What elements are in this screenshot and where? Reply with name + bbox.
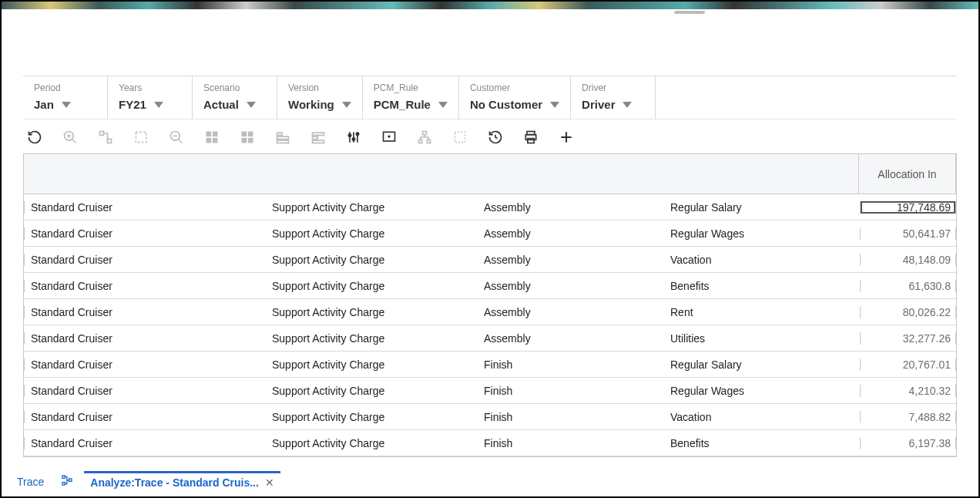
cell-product[interactable]: Standard Cruiser — [24, 254, 233, 266]
cell-line[interactable]: Utilities — [647, 332, 861, 345]
cell-line[interactable]: Regular Wages — [647, 385, 861, 397]
cell-account[interactable]: Support Activity Charge — [233, 437, 461, 449]
cell-line[interactable]: Regular Wages — [647, 227, 861, 240]
zoom-out-icon[interactable] — [168, 129, 185, 146]
pov-item-driver[interactable]: Driver Driver — [571, 76, 656, 119]
marquee-icon[interactable] — [451, 129, 468, 146]
cell-product[interactable]: Standard Cruiser — [24, 385, 233, 397]
selection-icon[interactable] — [133, 129, 149, 146]
cell-allocation-in[interactable]: 61,630.8 — [861, 280, 956, 292]
org-chart-icon[interactable] — [416, 129, 433, 146]
cell-product[interactable]: Standard Cruiser — [24, 358, 233, 371]
cell-product[interactable]: Standard Cruiser — [24, 332, 233, 345]
cell-allocation-in[interactable]: 197,748.69 — [861, 201, 956, 214]
table-row[interactable]: Standard Cruiser Support Activity Charge… — [24, 220, 956, 247]
cell-account[interactable]: Support Activity Charge — [233, 306, 461, 318]
pov-value[interactable]: Working — [288, 98, 351, 111]
close-icon[interactable]: ✕ — [265, 476, 274, 489]
table-row[interactable]: Standard Cruiser Support Activity Charge… — [24, 352, 956, 378]
grid2-icon[interactable] — [239, 129, 256, 146]
cell-account[interactable]: Support Activity Charge — [233, 411, 461, 423]
cell-line[interactable]: Regular Salary — [647, 201, 861, 214]
pov-item-period[interactable]: Period Jan — [23, 76, 108, 119]
pov-value[interactable]: PCM_Rule — [374, 98, 448, 111]
panel-drag-handle[interactable] — [674, 11, 705, 14]
tab-analyze-trace[interactable]: Analyze:Trace - Standard Cruis... ✕ — [84, 471, 280, 492]
table-row[interactable]: Standard Cruiser Support Activity Charge… — [24, 378, 956, 404]
pov-label: Driver — [582, 82, 644, 93]
cell-activity[interactable]: Finish — [461, 358, 647, 371]
cell-activity[interactable]: Finish — [461, 385, 647, 397]
pov-value[interactable]: No Customer — [470, 98, 559, 111]
cell-allocation-in[interactable]: 7,488.82 — [861, 411, 956, 423]
pov-item-customer[interactable]: Customer No Customer — [459, 76, 571, 119]
cell-activity[interactable]: Finish — [461, 437, 647, 449]
table-row[interactable]: Standard Cruiser Support Activity Charge… — [24, 430, 956, 456]
hierarchy-icon[interactable] — [97, 129, 114, 146]
cell-allocation-in[interactable]: 48,148.09 — [861, 254, 956, 266]
cell-account[interactable]: Support Activity Charge — [233, 227, 461, 240]
cell-product[interactable]: Standard Cruiser — [24, 437, 233, 449]
pov-value[interactable]: FY21 — [119, 98, 181, 111]
svg-rect-21 — [313, 133, 324, 135]
cell-line[interactable]: Benefits — [647, 437, 861, 449]
cell-account[interactable]: Support Activity Charge — [233, 358, 461, 371]
cell-activity[interactable]: Assembly — [461, 254, 647, 266]
adjust-icon[interactable] — [345, 129, 362, 146]
cell-line[interactable]: Benefits — [647, 280, 861, 292]
cell-account[interactable]: Support Activity Charge — [233, 254, 461, 266]
pov-item-years[interactable]: Years FY21 — [108, 76, 193, 119]
refresh-icon[interactable] — [26, 129, 43, 146]
table-row[interactable]: Standard Cruiser Support Activity Charge… — [24, 194, 956, 220]
freeze1-icon[interactable] — [274, 129, 291, 146]
zoom-in-icon[interactable] — [62, 129, 79, 146]
table-row[interactable]: Standard Cruiser Support Activity Charge… — [24, 247, 956, 273]
history-icon[interactable] — [487, 129, 504, 146]
table-row[interactable]: Standard Cruiser Support Activity Charge… — [24, 404, 956, 430]
cell-activity[interactable]: Assembly — [461, 227, 647, 240]
chevron-down-icon — [247, 102, 256, 108]
table-row[interactable]: Standard Cruiser Support Activity Charge… — [24, 299, 956, 325]
cell-activity[interactable]: Assembly — [461, 280, 647, 292]
svg-rect-16 — [242, 138, 247, 143]
table-row[interactable]: Standard Cruiser Support Activity Charge… — [24, 325, 956, 352]
cell-account[interactable]: Support Activity Charge — [233, 280, 461, 292]
pov-item-version[interactable]: Version Working — [277, 76, 363, 119]
cell-allocation-in[interactable]: 32,277.26 — [861, 332, 956, 345]
cell-activity[interactable]: Finish — [461, 411, 647, 423]
cell-account[interactable]: Support Activity Charge — [233, 201, 461, 214]
cell-allocation-in[interactable]: 6,197.38 — [861, 437, 956, 449]
cell-line[interactable]: Regular Salary — [647, 358, 861, 371]
cell-line[interactable]: Rent — [647, 306, 861, 318]
grid1-icon[interactable] — [203, 129, 220, 146]
cell-activity[interactable]: Assembly — [461, 201, 647, 214]
pov-value[interactable]: Driver — [582, 98, 644, 111]
pov-value[interactable]: Actual — [203, 98, 266, 111]
cell-allocation-in[interactable]: 80,026.22 — [861, 306, 956, 318]
cell-product[interactable]: Standard Cruiser — [24, 306, 233, 318]
grid-header-allocation-in[interactable]: Allocation In — [859, 154, 956, 193]
cell-account[interactable]: Support Activity Charge — [233, 385, 461, 397]
table-row[interactable]: Standard Cruiser Support Activity Charge… — [24, 273, 956, 299]
print-icon[interactable] — [522, 129, 539, 146]
cell-activity[interactable]: Assembly — [461, 332, 647, 345]
cell-product[interactable]: Standard Cruiser — [24, 280, 233, 292]
comment-icon[interactable] — [381, 129, 398, 146]
cell-account[interactable]: Support Activity Charge — [233, 332, 461, 345]
cell-allocation-in[interactable]: 50,641.97 — [861, 227, 956, 240]
tab-trace[interactable]: Trace — [11, 473, 50, 491]
freeze2-icon[interactable] — [310, 129, 327, 146]
cell-product[interactable]: Standard Cruiser — [24, 411, 233, 423]
pov-item-scenario[interactable]: Scenario Actual — [193, 76, 277, 119]
pov-value[interactable]: Jan — [34, 98, 96, 111]
cell-product[interactable]: Standard Cruiser — [24, 201, 233, 214]
cell-allocation-in[interactable]: 20,767.01 — [861, 358, 956, 371]
add-icon[interactable] — [558, 129, 575, 146]
cell-line[interactable]: Vacation — [647, 254, 861, 266]
cell-allocation-in[interactable]: 4,210.32 — [861, 385, 956, 397]
cell-product[interactable]: Standard Cruiser — [24, 227, 233, 240]
pov-item-pcm_rule[interactable]: PCM_Rule PCM_Rule — [363, 76, 459, 119]
svg-rect-20 — [277, 140, 289, 143]
cell-activity[interactable]: Assembly — [461, 306, 647, 318]
cell-line[interactable]: Vacation — [647, 411, 861, 423]
